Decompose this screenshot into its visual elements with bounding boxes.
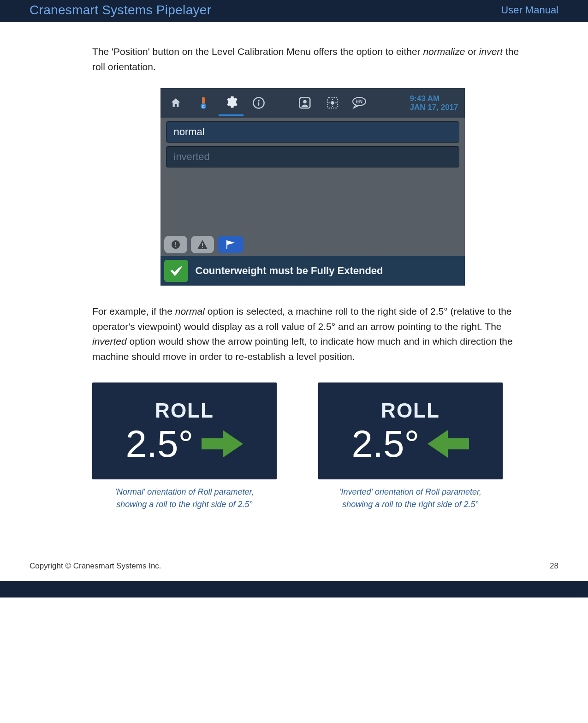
doc-subtitle: User Manual: [501, 4, 558, 16]
paragraph-example: For example, if the normal option is sel…: [92, 304, 533, 364]
text: showing a roll to the right side of 2.5°: [116, 500, 252, 509]
text: 'Inverted' orientation of Roll parameter…: [339, 487, 481, 496]
svg-point-4: [258, 100, 260, 102]
page-header: Cranesmart Systems Pipelayer User Manual: [0, 0, 588, 22]
option-inverted[interactable]: inverted: [166, 146, 459, 167]
svg-point-17: [175, 246, 176, 247]
text: The 'Position' button on the Level Calib…: [92, 46, 423, 57]
status-bar: Counterweight must be Fully Extended: [160, 256, 465, 286]
copyright: Copyright © Cranesmart Systems Inc.: [30, 562, 161, 571]
language-label: EN: [356, 99, 362, 104]
arrow-left-icon: [428, 429, 469, 459]
svg-rect-5: [258, 102, 259, 106]
clock-time: 9:43 AM: [410, 94, 458, 103]
roll-value: 2.5°: [126, 425, 194, 463]
text: option would show the arrow pointing lef…: [92, 336, 513, 362]
position-options: normal inverted: [160, 118, 465, 173]
option-label: inverted: [174, 151, 210, 163]
device-screenshot: C EN 9:43 AM: [92, 88, 533, 286]
device-toolbar: C EN 9:43 AM: [160, 88, 465, 118]
alert-tab-warning[interactable]: [191, 236, 214, 253]
info-icon[interactable]: [246, 90, 271, 115]
status-ok-icon: [164, 260, 188, 282]
arrow-right-icon: [202, 429, 243, 459]
svg-text:C: C: [202, 104, 205, 109]
option-normal[interactable]: normal: [166, 121, 459, 143]
roll-tile: ROLL 2.5°: [92, 382, 277, 479]
text: or: [465, 46, 479, 57]
text: For example, if the: [92, 306, 175, 317]
user-icon[interactable]: [292, 90, 317, 115]
svg-rect-21: [202, 438, 223, 449]
option-label: normal: [174, 126, 205, 138]
page-number: 28: [550, 562, 558, 571]
brightness-icon[interactable]: [320, 90, 345, 115]
roll-label: ROLL: [155, 399, 214, 422]
status-tabs: [160, 233, 465, 256]
text-emph: invert: [479, 46, 503, 57]
status-message: Counterweight must be Fully Extended: [196, 265, 383, 277]
svg-rect-18: [202, 243, 203, 246]
page-footer: Copyright © Cranesmart Systems Inc. 28: [0, 562, 588, 571]
doc-title: Cranesmart Systems Pipelayer: [30, 3, 211, 18]
svg-rect-0: [202, 97, 205, 104]
text: showing a roll to the right side of 2.5°: [342, 500, 478, 509]
roll-example-normal: ROLL 2.5° 'Normal' orientation of Roll p…: [92, 382, 277, 511]
language-icon[interactable]: EN: [348, 90, 373, 115]
svg-point-19: [202, 247, 202, 248]
clock-date: JAN 17, 2017: [410, 103, 458, 112]
text-emph: inverted: [92, 336, 127, 347]
svg-point-7: [303, 100, 307, 104]
temperature-icon[interactable]: C: [191, 90, 216, 115]
alert-tab-info[interactable]: [164, 236, 187, 253]
svg-rect-22: [448, 438, 469, 449]
roll-value: 2.5°: [352, 425, 420, 463]
roll-label: ROLL: [381, 399, 440, 422]
text-emph: normal: [175, 306, 205, 317]
roll-caption-normal: 'Normal' orientation of Roll parameter, …: [92, 486, 277, 511]
footer-bar: [0, 581, 588, 598]
settings-icon[interactable]: [219, 90, 244, 116]
text: 'Normal' orientation of Roll parameter,: [115, 487, 254, 496]
text-emph: normalize: [423, 46, 465, 57]
home-icon[interactable]: [163, 90, 188, 115]
svg-rect-16: [175, 242, 176, 245]
roll-caption-inverted: 'Inverted' orientation of Roll parameter…: [318, 486, 503, 511]
alert-tab-flag[interactable]: [218, 236, 244, 253]
roll-examples: ROLL 2.5° 'Normal' orientation of Roll p…: [92, 382, 533, 511]
clock: 9:43 AM JAN 17, 2017: [410, 94, 462, 112]
paragraph-intro: The 'Position' button on the Level Calib…: [92, 44, 533, 74]
roll-example-inverted: ROLL 2.5° 'Inverted' orientation of Roll…: [318, 382, 503, 511]
svg-point-9: [331, 101, 334, 105]
roll-tile: ROLL 2.5°: [318, 382, 503, 479]
